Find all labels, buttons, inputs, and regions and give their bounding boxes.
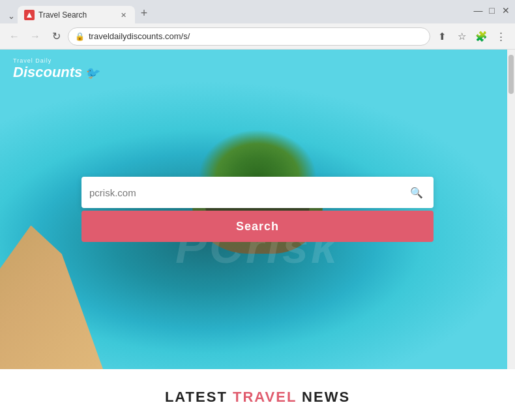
- window-controls: — □ ✕: [469, 0, 515, 22]
- search-input-row: 🔍: [81, 177, 434, 208]
- forward-button[interactable]: →: [26, 27, 44, 46]
- below-fold-section: LATEST TRAVEL NEWS: [0, 369, 515, 420]
- nav-actions: ⬆ ☆ 🧩 ⋮: [433, 27, 510, 46]
- new-tab-button[interactable]: +: [135, 4, 153, 22]
- tab-close-button[interactable]: ✕: [118, 10, 128, 20]
- logo-bird-icon: 🐦: [85, 66, 99, 80]
- tab-title: Travel Search: [38, 10, 114, 20]
- tab-favicon: [24, 10, 35, 20]
- address-input[interactable]: [89, 31, 423, 41]
- search-container: 🔍 Search: [81, 177, 434, 242]
- nav-bar: ← → ↻ 🔒 ⬆ ☆ 🧩 ⋮: [0, 23, 515, 50]
- site-logo: Travel Daily Discounts🐦: [13, 57, 99, 81]
- section-title-news: NEWS: [302, 389, 350, 405]
- scrollbar-thumb[interactable]: [508, 55, 514, 94]
- section-title: LATEST TRAVEL NEWS: [13, 389, 502, 406]
- logo-brand: Discounts: [13, 64, 82, 80]
- scrollbar[interactable]: [507, 50, 515, 369]
- share-button[interactable]: ⬆: [433, 27, 451, 46]
- tab-list-chevron[interactable]: ⌄: [5, 11, 18, 23]
- section-title-latest: LATEST: [165, 389, 228, 405]
- close-button[interactable]: ✕: [501, 7, 510, 15]
- tab-strip: ⌄ Travel Search ✕ +: [0, 0, 469, 23]
- bookmark-button[interactable]: ☆: [452, 27, 471, 46]
- title-bar: ⌄ Travel Search ✕ + — □ ✕: [0, 0, 515, 23]
- page-content: PCrisk Travel Daily Discounts🐦 🔍 Search: [0, 50, 515, 420]
- browser-menu-button[interactable]: ⋮: [492, 27, 510, 46]
- search-magnifier-icon: 🔍: [410, 187, 423, 199]
- search-input[interactable]: [89, 187, 402, 198]
- logo-small-text: Travel Daily: [13, 57, 99, 64]
- search-button[interactable]: Search: [81, 211, 434, 242]
- address-bar-container[interactable]: 🔒: [68, 27, 430, 46]
- active-tab[interactable]: Travel Search ✕: [18, 6, 135, 24]
- hero-section: PCrisk Travel Daily Discounts🐦 🔍 Search: [0, 50, 515, 369]
- reload-button[interactable]: ↻: [47, 27, 65, 46]
- section-title-travel: TRAVEL: [233, 389, 297, 405]
- search-icon-button[interactable]: 🔍: [407, 183, 426, 202]
- lock-icon: 🔒: [75, 32, 85, 41]
- back-button[interactable]: ←: [5, 27, 23, 46]
- browser-window: ⌄ Travel Search ✕ + — □ ✕ ← → ↻ 🔒 ⬆ ☆ 🧩 …: [0, 0, 515, 420]
- minimize-button[interactable]: —: [474, 7, 482, 15]
- maximize-button[interactable]: □: [488, 7, 496, 15]
- extensions-button[interactable]: 🧩: [472, 27, 490, 46]
